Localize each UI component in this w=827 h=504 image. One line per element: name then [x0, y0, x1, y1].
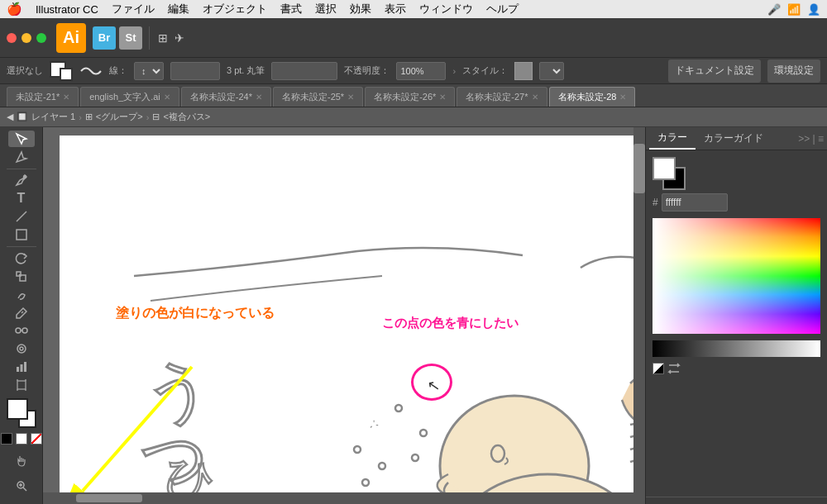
- panel-expand-icon[interactable]: >> | ≡: [798, 133, 824, 145]
- apple-menu[interactable]: 🍎: [7, 2, 22, 17]
- help-menu[interactable]: ヘルプ: [486, 2, 519, 17]
- tab-4[interactable]: 名称未設定-26* ✕: [365, 87, 455, 107]
- br-logo: Br: [93, 26, 116, 50]
- white-mini-swatch[interactable]: [16, 433, 27, 445]
- edit-menu[interactable]: 編集: [168, 2, 189, 17]
- tab-close-4[interactable]: ✕: [439, 93, 446, 102]
- tab-close-6[interactable]: ✕: [619, 93, 626, 102]
- eyedropper-tool[interactable]: [8, 305, 35, 321]
- type-tool[interactable]: T: [8, 190, 35, 207]
- close-button[interactable]: [7, 33, 17, 43]
- canvas-area[interactable]: う つ も ひ ざ: [43, 127, 645, 504]
- tab-close-1[interactable]: ✕: [164, 93, 170, 102]
- direct-select-tool[interactable]: [8, 149, 35, 165]
- horizontal-scroll-thumb[interactable]: [76, 494, 142, 502]
- style-swatch[interactable]: [514, 62, 533, 80]
- main-layout: T: [0, 127, 827, 504]
- env-settings-button[interactable]: 環境設定: [767, 59, 820, 83]
- left-toolbox: T: [0, 127, 43, 504]
- hand-tool[interactable]: [8, 449, 35, 473]
- canvas-document: う つ も ひ ざ: [60, 136, 645, 504]
- breadcrumb-arrow-icon: ◀: [7, 112, 13, 122]
- tab-3[interactable]: 名称未設定-25* ✕: [273, 87, 363, 107]
- rotate-tool[interactable]: [8, 250, 35, 267]
- select-menu[interactable]: 選択: [315, 2, 337, 17]
- arrow-icon[interactable]: ✈: [173, 30, 186, 46]
- hex-input[interactable]: [662, 193, 728, 212]
- bw-gradient-strip[interactable]: [653, 340, 820, 357]
- opacity-input[interactable]: [396, 62, 446, 80]
- graph-tool[interactable]: [8, 359, 35, 375]
- color-spectrum[interactable]: [653, 218, 820, 334]
- panel-footer: [646, 497, 827, 504]
- hash-label: #: [653, 197, 658, 208]
- view-menu[interactable]: 表示: [385, 2, 406, 17]
- svg-point-7: [16, 328, 21, 333]
- stroke-input[interactable]: [170, 62, 220, 80]
- scale-tool[interactable]: [8, 269, 35, 285]
- breadcrumb-path[interactable]: <複合パス>: [163, 111, 210, 123]
- blend-tool[interactable]: [8, 322, 35, 339]
- svg-line-1: [17, 212, 26, 221]
- tool-divider-2: [7, 246, 36, 247]
- fill-large-swatch[interactable]: [653, 157, 676, 180]
- pen-tool[interactable]: [8, 173, 35, 189]
- rectangle-tool[interactable]: [8, 226, 35, 243]
- window-menu[interactable]: ウィンドウ: [419, 2, 473, 17]
- options-bar: 選択なし 線： ↕ 3 pt. 丸筆 不透明度： › スタイル： ▼ ドキュメン…: [0, 58, 827, 84]
- selection-tool[interactable]: [8, 131, 35, 147]
- svg-rect-15: [17, 381, 26, 389]
- file-menu[interactable]: ファイル: [112, 2, 155, 17]
- tab-6[interactable]: 名称未設定-28 ✕: [549, 87, 636, 107]
- tab-1[interactable]: english_文字入.ai ✕: [80, 87, 179, 107]
- stroke-swatch-small[interactable]: [60, 68, 73, 81]
- artwork-svg: う つ も ひ ざ: [60, 136, 645, 504]
- breadcrumb-sep-1: ›: [79, 112, 82, 122]
- bottom-color-controls: [653, 362, 820, 375]
- svg-rect-13: [20, 364, 22, 372]
- tab-close-5[interactable]: ✕: [532, 93, 538, 102]
- symbol-tool[interactable]: [8, 340, 35, 357]
- maximize-button[interactable]: [36, 33, 46, 43]
- artboard-tool[interactable]: [8, 377, 35, 393]
- tab-close-2[interactable]: ✕: [256, 93, 262, 102]
- breadcrumb-layer[interactable]: レイヤー 1: [31, 111, 75, 123]
- swap-colors-icon[interactable]: [667, 362, 681, 375]
- none-mini-swatch[interactable]: [31, 433, 42, 445]
- layer-icon-2: ⊞: [85, 112, 93, 122]
- breadcrumb-group[interactable]: <グループ>: [96, 111, 143, 123]
- toolbar-divider-1: [149, 26, 150, 50]
- tab-close-0[interactable]: ✕: [63, 93, 69, 102]
- color-tab[interactable]: カラー: [649, 127, 696, 150]
- doc-settings-button[interactable]: ドキュメント設定: [668, 59, 761, 83]
- default-colors-icon[interactable]: [653, 363, 664, 374]
- vertical-scroll-thumb[interactable]: [633, 144, 645, 193]
- foreground-color-swatch[interactable]: [7, 398, 28, 420]
- tab-2[interactable]: 名称未設定-24* ✕: [181, 87, 271, 107]
- svg-line-21: [23, 487, 26, 491]
- black-mini-swatch[interactable]: [1, 433, 12, 445]
- effect-menu[interactable]: 効果: [350, 2, 371, 17]
- svg-point-0: [23, 176, 26, 178]
- svg-rect-12: [17, 367, 19, 372]
- vertical-scrollbar[interactable]: [633, 127, 645, 504]
- tab-0[interactable]: 未設定-21* ✕: [7, 87, 79, 107]
- object-menu[interactable]: オブジェクト: [203, 2, 267, 17]
- line-tool[interactable]: [8, 208, 35, 225]
- minimize-button[interactable]: [22, 33, 31, 43]
- ai-logo: Ai: [56, 23, 86, 53]
- layer-icon-3: ⊟: [152, 112, 160, 122]
- stroke-select[interactable]: ↕: [134, 62, 164, 80]
- warp-tool[interactable]: [8, 287, 35, 303]
- app-name-menu[interactable]: Illustrator CC: [36, 3, 98, 16]
- horizontal-scrollbar[interactable]: [43, 492, 633, 504]
- color-guide-tab[interactable]: カラーガイド: [696, 128, 772, 149]
- zoom-tool[interactable]: [8, 474, 35, 497]
- tab-close-3[interactable]: ✕: [347, 93, 354, 102]
- tab-5[interactable]: 名称未設定-27* ✕: [457, 87, 547, 107]
- style-select[interactable]: ▼: [539, 62, 564, 80]
- mic-icon: 🎤: [767, 3, 781, 16]
- type-menu[interactable]: 書式: [280, 2, 302, 17]
- size-input[interactable]: [271, 62, 337, 80]
- grid-icon[interactable]: ⊞: [156, 30, 170, 46]
